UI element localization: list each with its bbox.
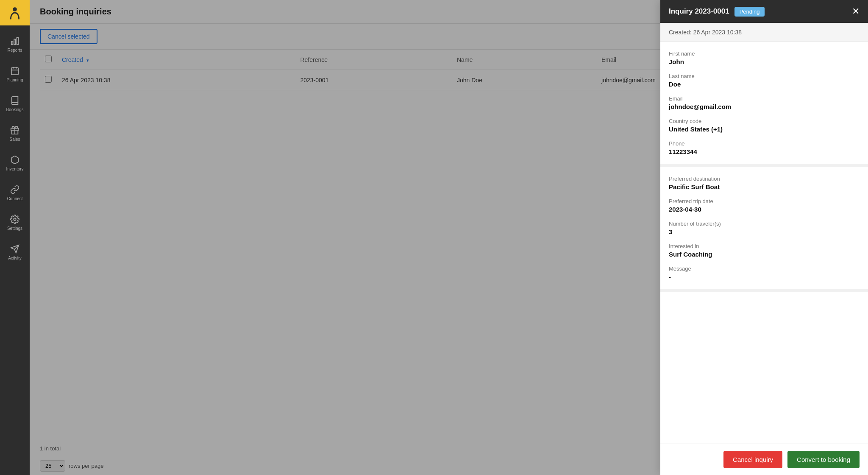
sidebar-item-inventory[interactable]: Inventory — [0, 148, 30, 178]
sidebar-label-bookings: Bookings — [6, 107, 23, 112]
svg-rect-4 — [11, 68, 19, 75]
num-travelers-value: 3 — [669, 228, 860, 235]
preferred-trip-date-label: Preferred trip date — [669, 198, 860, 204]
first-name-label: First name — [669, 50, 860, 57]
sidebar-label-planning: Planning — [7, 78, 23, 82]
panel-title: Inquiry 2023-0001 — [669, 7, 729, 16]
sidebar-item-planning[interactable]: Planning — [0, 59, 30, 89]
sidebar-label-settings: Settings — [7, 226, 22, 231]
message-field: Message - — [669, 265, 860, 280]
preferred-destination-field: Preferred destination Pacific Surf Boat — [669, 176, 860, 190]
interested-in-value: Surf Coaching — [669, 251, 860, 258]
sidebar-label-connect: Connect — [7, 196, 22, 201]
preferred-destination-value: Pacific Surf Boat — [669, 183, 860, 190]
created-label: Created: — [669, 29, 692, 36]
svg-point-0 — [13, 7, 17, 11]
country-code-value: United States (+1) — [669, 126, 860, 133]
message-value: - — [669, 273, 860, 280]
close-panel-button[interactable]: ✕ — [852, 7, 860, 16]
sidebar: Reports Planning Bookings Sales Inventor… — [0, 0, 30, 475]
email-label: Email — [669, 95, 860, 102]
status-badge: Pending — [734, 7, 765, 17]
svg-point-9 — [14, 218, 16, 221]
panel-created-date: Created: 26 Apr 2023 10:38 — [660, 23, 868, 42]
phone-label: Phone — [669, 140, 860, 147]
panel-footer: Cancel inquiry Convert to booking — [660, 444, 868, 475]
created-value: 26 Apr 2023 10:38 — [693, 29, 742, 36]
sidebar-item-reports[interactable]: Reports — [0, 30, 30, 59]
phone-field: Phone 11223344 — [669, 140, 860, 155]
last-name-value: Doe — [669, 81, 860, 88]
email-value: johndoe@gmail.com — [669, 103, 860, 110]
preferred-destination-label: Preferred destination — [669, 176, 860, 182]
sidebar-label-reports: Reports — [7, 48, 22, 53]
email-field: Email johndoe@gmail.com — [669, 95, 860, 110]
country-code-label: Country code — [669, 118, 860, 124]
panel-body: First name John Last name Doe Email john… — [660, 42, 868, 444]
contact-info-section: First name John Last name Doe Email john… — [660, 42, 868, 167]
sidebar-item-settings[interactable]: Settings — [0, 208, 30, 238]
preferred-trip-date-value: 2023-04-30 — [669, 206, 860, 213]
logo[interactable] — [0, 0, 30, 25]
svg-rect-1 — [11, 41, 13, 45]
message-label: Message — [669, 265, 860, 272]
panel-header: Inquiry 2023-0001 Pending ✕ — [660, 0, 868, 23]
sidebar-label-activity: Activity — [8, 256, 22, 260]
interested-in-field: Interested in Surf Coaching — [669, 243, 860, 258]
preferred-trip-date-field: Preferred trip date 2023-04-30 — [669, 198, 860, 213]
first-name-field: First name John — [669, 50, 860, 65]
sidebar-item-sales[interactable]: Sales — [0, 119, 30, 148]
sidebar-item-bookings[interactable]: Bookings — [0, 89, 30, 119]
interested-in-label: Interested in — [669, 243, 860, 249]
first-name-value: John — [669, 58, 860, 65]
sidebar-item-activity[interactable]: Activity — [0, 238, 30, 267]
sidebar-item-connect[interactable]: Connect — [0, 178, 30, 208]
svg-rect-3 — [17, 38, 19, 45]
inquiry-panel: Inquiry 2023-0001 Pending ✕ Created: 26 … — [660, 0, 868, 475]
cancel-inquiry-button[interactable]: Cancel inquiry — [723, 451, 782, 468]
num-travelers-label: Number of traveler(s) — [669, 221, 860, 227]
sidebar-label-inventory: Inventory — [6, 167, 23, 171]
phone-value: 11223344 — [669, 148, 860, 155]
num-travelers-field: Number of traveler(s) 3 — [669, 221, 860, 235]
svg-rect-2 — [14, 39, 16, 45]
convert-to-booking-button[interactable]: Convert to booking — [787, 451, 860, 468]
last-name-label: Last name — [669, 73, 860, 79]
trip-details-section: Preferred destination Pacific Surf Boat … — [660, 167, 868, 292]
last-name-field: Last name Doe — [669, 73, 860, 88]
country-code-field: Country code United States (+1) — [669, 118, 860, 133]
sidebar-label-sales: Sales — [9, 137, 20, 142]
